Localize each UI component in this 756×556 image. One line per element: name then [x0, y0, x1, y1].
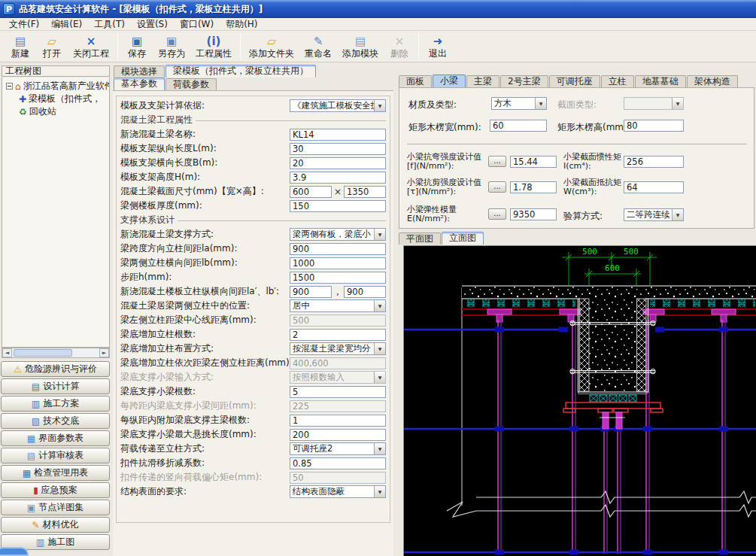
- field-input[interactable]: 1000: [290, 257, 386, 269]
- bending-strength-input[interactable]: 15.44: [510, 156, 557, 168]
- chevron-down-icon[interactable]: ▼: [374, 343, 385, 354]
- modulus-browse-button[interactable]: ...: [488, 208, 506, 220]
- save-as-button[interactable]: ▣另存为: [153, 32, 190, 61]
- tab[interactable]: 荷载参数: [165, 78, 217, 90]
- tab[interactable]: 主梁: [466, 75, 499, 87]
- chevron-down-icon[interactable]: ▼: [374, 229, 385, 240]
- sidebar-button[interactable]: ▤设计计算: [1, 378, 110, 394]
- menu-item[interactable]: 编辑(E): [45, 19, 88, 30]
- form-row: 梁底支撑小梁根数:5: [120, 384, 386, 399]
- field-input[interactable]: 2: [290, 329, 386, 341]
- scroll-right-icon[interactable]: ►: [99, 348, 109, 357]
- field-input[interactable]: 900: [344, 286, 386, 298]
- add-folder-button[interactable]: ▱添加文件夹: [244, 32, 299, 61]
- field-input[interactable]: 3.9: [290, 172, 386, 184]
- field-input[interactable]: 900: [290, 243, 386, 255]
- sidebar-button[interactable]: ▮应急预案: [1, 482, 110, 498]
- field-input[interactable]: 20: [290, 157, 386, 169]
- tab[interactable]: 架体构造: [687, 75, 738, 87]
- tree-item[interactable]: ✚梁模板（扣件式，: [2, 93, 109, 105]
- sidebar-button[interactable]: ▥施工方案: [1, 396, 110, 412]
- field-control: 2: [290, 329, 386, 341]
- field-select[interactable]: 可调托座2▼: [290, 442, 386, 455]
- field-select[interactable]: 按混凝土梁梁宽均分▼: [290, 342, 386, 355]
- field-input[interactable]: 1: [290, 415, 386, 427]
- exit-button[interactable]: ➜退出: [422, 32, 454, 61]
- sidebar-button[interactable]: ▣节点详图集: [1, 500, 110, 515]
- check-method-select[interactable]: 二等跨连续 ▼: [624, 208, 684, 221]
- scrollbar-thumb[interactable]: [14, 349, 72, 357]
- add-module-button[interactable]: ▤添加模块: [337, 32, 384, 61]
- open-folder-button[interactable]: ▱打开: [36, 32, 68, 61]
- home-icon: ⌂: [15, 81, 21, 92]
- tab[interactable]: 立面图: [442, 232, 484, 245]
- material-type-select[interactable]: 方木 ▼: [491, 97, 547, 110]
- field-input[interactable]: 1500: [290, 272, 386, 284]
- toolbar: ▤新建▱打开×关闭工程▣保存▣另存为(i)工程属性▱添加文件夹✎重命名▤添加模块…: [0, 31, 756, 62]
- scroll-left-icon[interactable]: ◄: [2, 348, 12, 357]
- field-input[interactable]: 30: [290, 143, 386, 155]
- tab[interactable]: 梁模板（扣件式，梁板立柱共用）: [165, 65, 316, 77]
- rename-button[interactable]: ✎重命名: [299, 32, 337, 61]
- tree-expander-icon[interactable]: [6, 83, 13, 90]
- tab[interactable]: 地基基础: [635, 75, 686, 87]
- chevron-down-icon[interactable]: ▼: [672, 209, 683, 220]
- chevron-down-icon[interactable]: ▼: [374, 100, 385, 111]
- shear-browse-button[interactable]: ...: [488, 181, 506, 193]
- joist-height-input[interactable]: 80: [624, 120, 684, 132]
- field-input[interactable]: 0.85: [290, 457, 386, 469]
- chevron-down-icon[interactable]: ▼: [374, 300, 385, 311]
- joist-width-input[interactable]: 60: [490, 120, 547, 132]
- component-tabstrip: 面板小梁主梁2号主梁可调托座立柱地基基础架体构造: [399, 74, 739, 87]
- field-select[interactable]: 梁两侧有板，梁底小▼: [290, 228, 386, 241]
- elevation-drawing-viewport[interactable]: 500 500 600: [403, 245, 756, 556]
- inertia-input[interactable]: 256: [624, 156, 684, 168]
- sidebar-button[interactable]: ▦检查管理用表: [1, 465, 110, 481]
- field-control: 0.85: [290, 457, 386, 469]
- tab[interactable]: 可调托座: [549, 75, 600, 87]
- field-input[interactable]: 150: [290, 200, 386, 212]
- new-doc-button[interactable]: ▤新建: [5, 32, 36, 61]
- save-button[interactable]: ▣保存: [121, 32, 153, 61]
- field-input[interactable]: KL14: [290, 129, 386, 141]
- menu-item[interactable]: 工具(T): [88, 19, 131, 30]
- tab[interactable]: 平面图: [399, 232, 441, 245]
- menu-item[interactable]: 窗口(W): [174, 19, 220, 30]
- field-input[interactable]: 200: [290, 429, 386, 441]
- sidebar-button[interactable]: ▦界面参数表: [1, 430, 110, 446]
- elastic-modulus-input[interactable]: 9350: [510, 208, 557, 220]
- chevron-down-icon[interactable]: ▼: [374, 443, 385, 454]
- tab[interactable]: 立柱: [601, 75, 634, 87]
- field-input[interactable]: 1350: [344, 186, 386, 198]
- sidebar-button[interactable]: ▤计算审核表: [1, 448, 110, 463]
- tree-item[interactable]: ♻回收站: [2, 105, 109, 118]
- tab[interactable]: 模块选择: [114, 65, 165, 77]
- tab[interactable]: 2号主梁: [500, 75, 548, 87]
- field-select[interactable]: 居中▼: [290, 299, 386, 312]
- close-project-button[interactable]: ×关闭工程: [68, 32, 114, 61]
- field-input[interactable]: 5: [290, 386, 386, 398]
- shear-strength-input[interactable]: 1.78: [510, 181, 557, 193]
- menu-item[interactable]: 帮助(H): [220, 19, 263, 30]
- tree-item[interactable]: ⌂浙江品茗高新产业软件: [2, 80, 109, 93]
- field-select[interactable]: 《建筑施工模板安全技▼: [290, 99, 386, 112]
- field-input[interactable]: 900: [290, 286, 332, 298]
- field-input[interactable]: 600: [290, 186, 332, 198]
- project-properties-button[interactable]: (i)工程属性: [190, 32, 237, 61]
- tab[interactable]: 小梁: [433, 74, 466, 87]
- chevron-down-icon[interactable]: ▼: [374, 486, 385, 497]
- sidebar-button[interactable]: ▧技术交底: [1, 413, 110, 429]
- resistance-input[interactable]: 64: [624, 181, 684, 193]
- menu-item[interactable]: 文件(F): [3, 19, 45, 30]
- sidebar-button[interactable]: ⚠危险源辨识与评价: [1, 361, 110, 377]
- sidebar-button[interactable]: ✎材料优化: [1, 517, 110, 533]
- field-select[interactable]: 结构表面隐蔽▼: [290, 485, 386, 498]
- form-row: 每纵距内附加梁底支撑主梁根数:1: [120, 413, 386, 427]
- chevron-down-icon[interactable]: ▼: [535, 98, 546, 109]
- dimension-label: 500: [582, 247, 597, 257]
- bending-browse-button[interactable]: ...: [488, 156, 506, 167]
- tree-horizontal-scrollbar[interactable]: ◄ ►: [2, 348, 110, 358]
- tab[interactable]: 面板: [399, 75, 432, 87]
- tab[interactable]: 基本参数: [114, 77, 165, 90]
- menu-item[interactable]: 设置(S): [131, 19, 174, 30]
